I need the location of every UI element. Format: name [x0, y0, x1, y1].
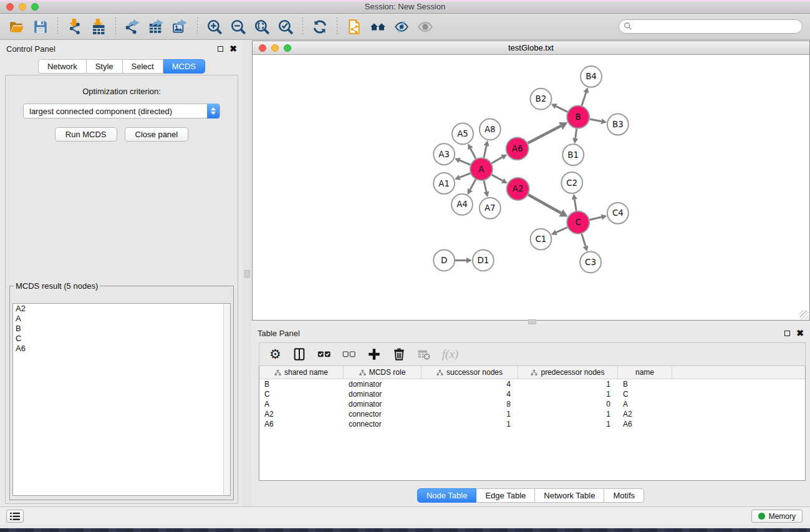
table-cell[interactable]: 1: [422, 409, 518, 419]
export-network-button[interactable]: [121, 16, 145, 37]
table-cell[interactable]: dominator: [344, 379, 422, 389]
table-cell[interactable]: B: [259, 379, 344, 389]
close-panel-icon[interactable]: ✖: [796, 330, 804, 336]
table-cell[interactable]: A2: [618, 409, 672, 419]
first-neighbors-button[interactable]: [366, 16, 390, 37]
graph-node-B1[interactable]: B1: [562, 144, 584, 165]
table-cell[interactable]: dominator: [344, 389, 422, 399]
table-cell[interactable]: 1: [518, 379, 618, 389]
graph-node-A6[interactable]: A6: [506, 137, 529, 160]
graph-node-C2[interactable]: C2: [561, 172, 582, 193]
table-cell[interactable]: A2: [259, 409, 344, 419]
table-cell[interactable]: A: [259, 399, 344, 409]
graph-node-C1[interactable]: C1: [531, 229, 552, 250]
float-panel-icon[interactable]: [218, 46, 223, 52]
mcds-result-item[interactable]: C: [13, 334, 230, 344]
tab-mcds[interactable]: MCDS: [163, 59, 205, 74]
graph-node-B[interactable]: B: [567, 106, 589, 128]
graph-node-A1[interactable]: A1: [433, 173, 455, 194]
mcds-result-item[interactable]: A2: [13, 304, 230, 314]
table-cell[interactable]: B: [618, 379, 672, 389]
table-cell[interactable]: C: [618, 389, 672, 399]
network-canvas[interactable]: B4B2BB3A8A5A6A3B1AC2A1A2A4A7C4CC1C3DD1: [253, 56, 809, 320]
table-row[interactable]: A2connector11A2: [259, 409, 805, 419]
graph-edge-C-C1[interactable]: [551, 227, 567, 235]
delete-column-button[interactable]: [392, 347, 406, 361]
table-cell[interactable]: 0: [518, 399, 618, 409]
graph-node-D[interactable]: D: [433, 250, 455, 271]
graph-node-A7[interactable]: A7: [480, 198, 501, 219]
column-header-successor-nodes[interactable]: successor nodes: [422, 366, 518, 379]
table-row[interactable]: Adominator80A: [259, 399, 805, 409]
show-hide-button[interactable]: [413, 16, 437, 37]
table-cell[interactable]: 4: [422, 389, 518, 399]
import-network-from-file-button[interactable]: [63, 16, 87, 37]
zoom-selected-button[interactable]: [274, 16, 297, 37]
graph-edge-A-A2[interactable]: [491, 175, 507, 183]
task-history-button[interactable]: [6, 510, 24, 523]
graph-node-A[interactable]: A: [470, 158, 493, 180]
memory-button[interactable]: Memory: [751, 510, 803, 523]
vertical-splitter[interactable]: [243, 41, 251, 510]
table-cell[interactable]: C: [259, 389, 344, 399]
table-row[interactable]: A6connector11A6: [259, 419, 805, 429]
tab-select[interactable]: Select: [123, 59, 163, 74]
tab-edge-table[interactable]: Edge Table: [476, 488, 535, 503]
graph-node-C3[interactable]: C3: [580, 252, 601, 273]
graph-edge-A-A5[interactable]: [468, 143, 476, 158]
column-header-predecessor-nodes[interactable]: predecessor nodes: [518, 366, 618, 379]
close-panel-button[interactable]: Close panel: [125, 127, 189, 142]
column-header-MCDS-role[interactable]: MCDS role: [344, 366, 422, 379]
graph-edge-B-B2[interactable]: [551, 104, 568, 112]
graph-edge-A-A8[interactable]: [484, 140, 489, 158]
optimization-criterion-dropdown[interactable]: largest connected component (directed): [23, 104, 220, 118]
graph-node-A4[interactable]: A4: [451, 194, 473, 215]
graph-node-D1[interactable]: D1: [473, 250, 494, 271]
graph-edge-D-D1[interactable]: [455, 258, 472, 263]
close-panel-icon[interactable]: ✖: [229, 46, 237, 52]
zoom-fit-button[interactable]: [250, 16, 274, 37]
column-header-name[interactable]: name: [618, 366, 672, 379]
splitter-grip[interactable]: [244, 270, 250, 278]
splitter-grip[interactable]: [528, 319, 536, 324]
graph-edge-A6-B[interactable]: [528, 122, 567, 143]
graph-edge-A-A1[interactable]: [455, 173, 470, 180]
open-file-button[interactable]: [5, 16, 29, 37]
graph-edge-B-B3[interactable]: [590, 118, 607, 124]
window-resize-grip[interactable]: [800, 311, 809, 319]
toggle-graphics-details-button[interactable]: [390, 16, 413, 37]
unselect-all-button[interactable]: [342, 347, 356, 361]
graph-node-C4[interactable]: C4: [607, 203, 629, 224]
tab-node-table[interactable]: Node Table: [417, 488, 477, 503]
mcds-result-item[interactable]: B: [13, 324, 230, 334]
table-cell[interactable]: 8: [422, 399, 518, 409]
table-cell[interactable]: dominator: [344, 399, 422, 409]
save-session-button[interactable]: [29, 16, 52, 37]
graph-edge-A-A7[interactable]: [484, 181, 489, 198]
network-window-titlebar[interactable]: testGlobe.txt: [253, 41, 809, 55]
graph-edge-A-A6[interactable]: [491, 155, 507, 163]
search-input[interactable]: [619, 19, 803, 34]
table-cell[interactable]: 1: [518, 419, 618, 429]
graph-node-A2[interactable]: A2: [507, 178, 529, 200]
mcds-result-item[interactable]: A: [13, 314, 230, 324]
column-header-shared-name[interactable]: shared name: [259, 366, 344, 379]
graph-node-B2[interactable]: B2: [531, 89, 552, 110]
graph-edge-C-C2[interactable]: [572, 194, 577, 211]
graph-node-A5[interactable]: A5: [452, 123, 473, 144]
table-row[interactable]: Cdominator41C: [259, 389, 805, 399]
table-mode-gear-button[interactable]: ⚙: [269, 348, 281, 360]
table-cell[interactable]: 4: [422, 379, 518, 389]
tab-style[interactable]: Style: [87, 59, 123, 74]
graph-node-A3[interactable]: A3: [433, 143, 455, 165]
table-cell[interactable]: A: [618, 399, 672, 409]
zoom-in-button[interactable]: [203, 16, 226, 37]
graph-edge-A-A4[interactable]: [468, 180, 476, 195]
add-column-button[interactable]: [367, 347, 381, 361]
tab-network[interactable]: Network: [38, 59, 87, 74]
import-table-from-file-button[interactable]: [87, 16, 110, 37]
table-cell[interactable]: connector: [344, 409, 422, 419]
graph-edge-C-C4[interactable]: [590, 214, 607, 220]
table-cell[interactable]: 1: [422, 419, 518, 429]
table-cell[interactable]: connector: [344, 419, 422, 429]
